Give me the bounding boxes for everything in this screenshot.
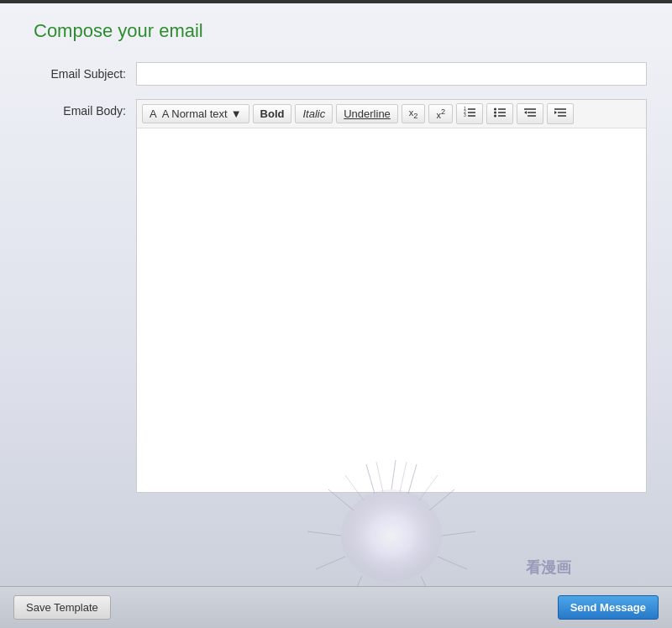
svg-point-9 (494, 108, 496, 111)
save-template-button[interactable]: Save Template (13, 595, 111, 620)
font-selector-label: A Normal text (162, 107, 228, 120)
bold-button[interactable]: Bold (253, 104, 292, 123)
watermark: 看漫画 (526, 557, 571, 578)
svg-marker-15 (524, 111, 527, 114)
svg-point-20 (341, 489, 442, 582)
superscript-button[interactable]: x2 (428, 104, 453, 123)
body-row: Email Body: A A Normal text ▼ Bold Itali… (34, 99, 647, 493)
svg-text:3: 3 (464, 113, 466, 118)
svg-line-27 (307, 531, 341, 536)
svg-line-28 (438, 557, 467, 569)
svg-point-10 (494, 112, 496, 114)
bottom-bar: Save Template Send Message (0, 586, 672, 628)
italic-button[interactable]: Italic (295, 104, 333, 123)
toolbar: A A Normal text ▼ Bold Italic Underline … (137, 100, 646, 128)
indent-increase-icon (554, 107, 567, 118)
main-container: Compose your email Email Subject: Email … (0, 3, 672, 628)
page-title: Compose your email (34, 20, 647, 42)
subject-label: Email Subject: (34, 67, 126, 81)
font-icon: A (150, 107, 157, 120)
indent-increase-button[interactable] (547, 103, 574, 124)
svg-line-31 (349, 576, 362, 586)
body-label: Email Body: (34, 99, 126, 118)
send-message-button[interactable]: Send Message (558, 595, 659, 620)
subject-input[interactable] (136, 62, 647, 86)
svg-line-29 (316, 557, 345, 569)
subscript-button[interactable]: x2 (402, 104, 426, 123)
ordered-list-button[interactable]: 1 2 3 (456, 103, 483, 124)
unordered-list-icon (493, 107, 507, 118)
indent-decrease-icon (523, 107, 537, 118)
ordered-list-icon: 1 2 3 (463, 107, 476, 118)
indent-decrease-button[interactable] (517, 103, 543, 124)
svg-line-30 (421, 576, 433, 586)
font-selector-button[interactable]: A A Normal text ▼ (142, 104, 249, 123)
font-selector-arrow: ▼ (231, 107, 242, 120)
underline-button[interactable]: Underline (336, 104, 398, 123)
editor-container: A A Normal text ▼ Bold Italic Underline … (136, 99, 647, 493)
svg-line-26 (442, 531, 475, 536)
svg-point-11 (494, 115, 496, 118)
subject-row: Email Subject: (34, 62, 647, 86)
sup-script: 2 (441, 107, 445, 116)
sub-script: 2 (413, 112, 417, 120)
unordered-list-button[interactable] (486, 103, 513, 124)
email-body-textarea[interactable] (137, 128, 646, 489)
svg-marker-19 (554, 111, 557, 114)
